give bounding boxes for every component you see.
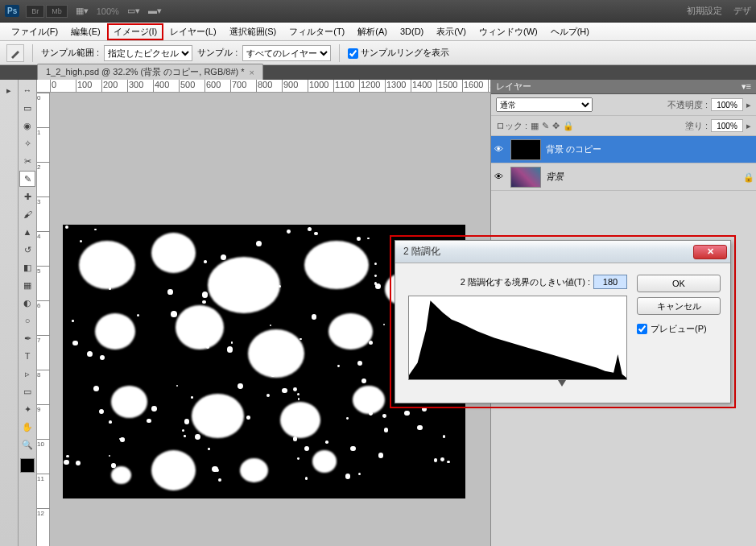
- show-ring-label: サンプルリングを表示: [361, 48, 449, 57]
- menu-edit[interactable]: 編集(E): [64, 23, 107, 40]
- lock-transparency-icon[interactable]: ▦: [531, 121, 539, 131]
- menu-select[interactable]: 選択範囲(S): [223, 23, 283, 40]
- zoom-tool-icon[interactable]: 🔍: [19, 436, 35, 453]
- panel-dock-strip: ▸: [0, 80, 19, 546]
- app-bar: Ps Br Mb ▦▾ 100% ▭▾ ▬▾ 初期設定 デザ: [0, 0, 756, 23]
- menu-help[interactable]: ヘルプ(H): [544, 23, 596, 40]
- preview-checkbox-label[interactable]: プレビュー(P): [637, 323, 721, 335]
- threshold-input[interactable]: [593, 275, 627, 289]
- menu-view[interactable]: 表示(V): [430, 23, 473, 40]
- preview-checkbox[interactable]: [637, 324, 647, 334]
- path-tool-icon[interactable]: ▹: [19, 366, 35, 382]
- opacity-stepper-icon[interactable]: ▸: [746, 100, 751, 110]
- zoom-display[interactable]: 100%: [97, 6, 119, 16]
- threshold-slider-handle[interactable]: [558, 380, 566, 387]
- menu-image[interactable]: イメージ(I): [107, 23, 163, 40]
- show-ring-checkbox[interactable]: [348, 48, 358, 59]
- layer-list: 👁背景 のコピー👁背景🔒: [491, 136, 756, 191]
- show-sampling-ring[interactable]: サンプルリングを表示: [348, 47, 449, 59]
- minibridge-chip[interactable]: Mb: [46, 5, 68, 18]
- gradient-tool-icon[interactable]: ▦: [19, 277, 35, 293]
- hand-tool-icon[interactable]: ▭▾: [127, 6, 140, 16]
- toolbox: ↔ ▭ ◉ ✧ ✂ ✎ ✚ 🖌 ▲ ↺ ◧ ▦ ◐ ○ ✒ T ▹ ▭ ✦ ✋ …: [19, 80, 37, 546]
- bridge-chip[interactable]: Br: [26, 5, 44, 18]
- hand-tool-icon[interactable]: ✋: [19, 419, 35, 435]
- lock-icon: 🔒: [743, 172, 753, 182]
- eraser-tool-icon[interactable]: ◧: [19, 259, 35, 275]
- type-tool-icon[interactable]: T: [19, 348, 35, 364]
- fill-stepper-icon[interactable]: ▸: [746, 121, 751, 131]
- menu-analysis[interactable]: 解析(A): [351, 23, 394, 40]
- blend-mode-select[interactable]: 通常: [496, 97, 593, 112]
- document-tab[interactable]: 1_2_high.psd @ 32.2% (背景 のコピー, RGB/8#) *…: [37, 64, 263, 80]
- layer-thumbnail[interactable]: [510, 167, 541, 188]
- menu-bar: ファイル(F) 編集(E) イメージ(I) レイヤー(L) 選択範囲(S) フィ…: [0, 23, 756, 41]
- threshold-dialog: 2 階調化 ✕ 2 階調化する境界のしきい値(T) : OK キャンセル: [395, 240, 731, 403]
- move-tool-icon[interactable]: ↔: [19, 82, 35, 98]
- stamp-tool-icon[interactable]: ▲: [19, 224, 35, 240]
- collapse-icon[interactable]: ▸: [1, 82, 17, 98]
- 3d-tool-icon[interactable]: ✦: [19, 401, 35, 417]
- layer-row[interactable]: 👁背景🔒: [491, 163, 756, 191]
- cancel-button[interactable]: キャンセル: [637, 297, 721, 315]
- histogram: [408, 296, 627, 380]
- visibility-icon[interactable]: 👁: [494, 144, 506, 155]
- sample-layer-label: サンプル :: [197, 47, 238, 59]
- lock-label: ロック :: [496, 120, 527, 132]
- layer-row[interactable]: 👁背景 のコピー: [491, 136, 756, 163]
- histogram-plot: [409, 296, 626, 379]
- fill-input[interactable]: [711, 119, 743, 132]
- layer-name[interactable]: 背景: [546, 171, 564, 183]
- workspace-preset-design[interactable]: デザ: [733, 5, 751, 17]
- visibility-icon[interactable]: 👁: [494, 172, 506, 183]
- menu-layer[interactable]: レイヤー(L): [163, 23, 222, 40]
- dialog-titlebar[interactable]: 2 階調化 ✕: [395, 241, 730, 263]
- document-tab-strip: 1_2_high.psd @ 32.2% (背景 のコピー, RGB/8#) *…: [0, 65, 756, 80]
- crop-tool-icon[interactable]: ✂: [19, 153, 35, 169]
- menu-file[interactable]: ファイル(F): [5, 23, 64, 40]
- fill-label: 塗り :: [685, 120, 708, 132]
- dodge-tool-icon[interactable]: ○: [19, 312, 35, 329]
- preview-label: プレビュー(P): [651, 323, 707, 335]
- menu-3d[interactable]: 3D(D): [394, 24, 430, 39]
- sample-size-select[interactable]: 指定したピクセル: [104, 45, 192, 61]
- foreground-swatch[interactable]: [20, 458, 35, 473]
- wand-tool-icon[interactable]: ✧: [19, 135, 35, 151]
- sample-size-label: サンプル範囲 :: [41, 47, 99, 59]
- lock-pixels-icon[interactable]: ✎: [542, 121, 549, 131]
- threshold-slider[interactable]: [408, 380, 627, 390]
- options-bar: サンプル範囲 : 指定したピクセル サンプル : すべてのレイヤー サンプルリン…: [0, 41, 756, 65]
- heal-tool-icon[interactable]: ✚: [19, 188, 35, 205]
- close-tab-icon[interactable]: ×: [250, 68, 254, 77]
- eyedropper-icon[interactable]: [6, 44, 24, 62]
- ok-button[interactable]: OK: [637, 275, 721, 292]
- lock-position-icon[interactable]: ✥: [552, 121, 560, 131]
- workspace-preset-default[interactable]: 初期設定: [687, 5, 722, 17]
- threshold-label: 2 階調化する境界のしきい値(T) :: [461, 276, 590, 288]
- doc-layout-icon[interactable]: ▦▾: [76, 6, 89, 16]
- opacity-input[interactable]: [711, 98, 743, 111]
- lock-all-icon[interactable]: 🔒: [563, 121, 574, 131]
- opacity-label: 不透明度 :: [667, 99, 708, 111]
- layer-name[interactable]: 背景 のコピー: [546, 143, 601, 155]
- history-brush-icon[interactable]: ↺: [19, 242, 35, 258]
- document-tab-title: 1_2_high.psd @ 32.2% (背景 のコピー, RGB/8#) *: [46, 66, 245, 78]
- threshold-dialog-highlight: 2 階調化 ✕ 2 階調化する境界のしきい値(T) : OK キャンセル: [390, 235, 736, 408]
- pen-tool-icon[interactable]: ✒: [19, 330, 35, 346]
- ps-logo: Ps: [5, 5, 19, 17]
- blur-tool-icon[interactable]: ◐: [19, 295, 35, 311]
- sample-layer-select[interactable]: すべてのレイヤー: [242, 45, 331, 61]
- marquee-tool-icon[interactable]: ▭: [19, 100, 35, 116]
- lasso-tool-icon[interactable]: ◉: [19, 118, 35, 134]
- layer-thumbnail[interactable]: [510, 139, 541, 160]
- menu-filter[interactable]: フィルター(T): [283, 23, 351, 40]
- dialog-title: 2 階調化: [403, 245, 440, 259]
- dialog-close-button[interactable]: ✕: [693, 245, 727, 259]
- brush-tool-icon[interactable]: 🖌: [19, 206, 35, 222]
- screen-mode-icon[interactable]: ▬▾: [148, 6, 162, 16]
- eyedropper-tool-icon[interactable]: ✎: [19, 171, 35, 187]
- layers-panel-title: レイヤー: [496, 81, 531, 93]
- layers-panel-tab[interactable]: レイヤー▾≡: [491, 80, 756, 94]
- shape-tool-icon[interactable]: ▭: [19, 383, 35, 399]
- menu-window[interactable]: ウィンドウ(W): [473, 23, 544, 40]
